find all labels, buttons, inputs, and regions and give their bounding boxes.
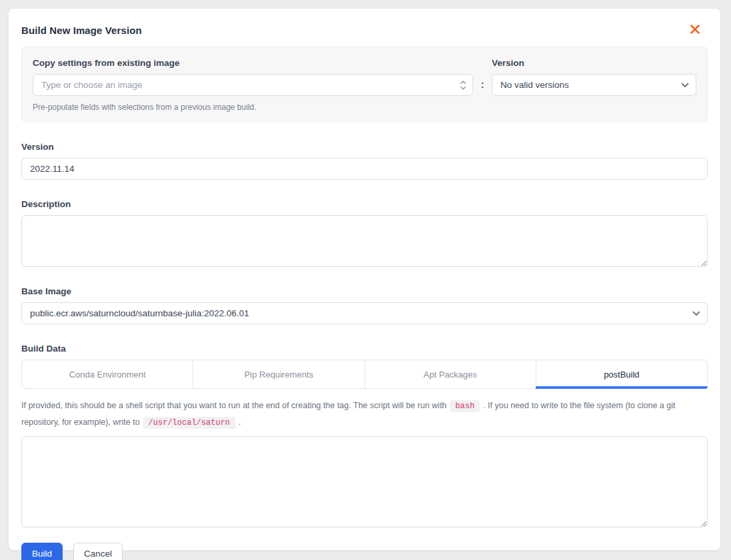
- chevron-down-icon: [681, 83, 689, 88]
- base-image-section: Base Image public.ecr.aws/saturncloud/sa…: [21, 286, 708, 324]
- copy-settings-helper: Pre-populate fields with selections from…: [33, 103, 696, 112]
- copy-version-selected-value: No valid versions: [500, 80, 569, 90]
- base-image-select[interactable]: public.ecr.aws/saturncloud/saturnbase-ju…: [21, 302, 708, 324]
- build-data-tabs: Conda Environment Pip Requirements Apt P…: [21, 360, 708, 389]
- tab-conda-environment[interactable]: Conda Environment: [22, 360, 193, 388]
- stepper-updown-icon[interactable]: [460, 80, 466, 91]
- copy-version-select[interactable]: No valid versions: [492, 74, 696, 96]
- description-label: Description: [21, 199, 708, 209]
- cancel-button[interactable]: Cancel: [73, 543, 123, 560]
- chevron-down-icon: [692, 311, 700, 316]
- version-label: Version: [21, 142, 708, 152]
- tab-postbuild[interactable]: postBuild: [536, 360, 707, 388]
- copy-settings-panel: Copy settings from existing image : Vers…: [21, 47, 708, 122]
- dialog-title: Build New Image Version: [21, 25, 142, 36]
- description-textarea[interactable]: [21, 215, 708, 267]
- description-section: Description: [21, 199, 708, 267]
- build-data-label: Build Data: [21, 344, 708, 354]
- base-image-label: Base Image: [21, 286, 708, 296]
- tab-pip-requirements[interactable]: Pip Requirements: [193, 360, 364, 388]
- code-chip-saturn-path: /usr/local/saturn: [143, 417, 235, 429]
- dialog-footer: Build Cancel: [21, 543, 708, 560]
- copy-image-input[interactable]: [33, 74, 473, 96]
- base-image-selected-value: public.ecr.aws/saturncloud/saturnbase-ju…: [30, 308, 249, 318]
- version-section: Version: [21, 142, 708, 180]
- postbuild-textarea[interactable]: [21, 436, 708, 527]
- build-image-dialog: Build New Image Version Copy settings fr…: [8, 8, 721, 551]
- close-icon: [689, 27, 701, 37]
- close-button[interactable]: [689, 23, 701, 35]
- copy-settings-label: Copy settings from existing image: [33, 58, 473, 68]
- build-button[interactable]: Build: [21, 543, 63, 560]
- build-data-section: Build Data Conda Environment Pip Require…: [21, 344, 708, 527]
- version-input[interactable]: [21, 158, 708, 180]
- code-chip-bash: bash: [450, 400, 480, 412]
- postbuild-helper-text: If provided, this should be a shell scri…: [21, 398, 708, 431]
- image-version-separator: :: [473, 79, 492, 96]
- copy-version-label: Version: [492, 58, 696, 68]
- tab-apt-packages[interactable]: Apt Packages: [365, 360, 536, 388]
- dialog-header: Build New Image Version: [21, 25, 708, 36]
